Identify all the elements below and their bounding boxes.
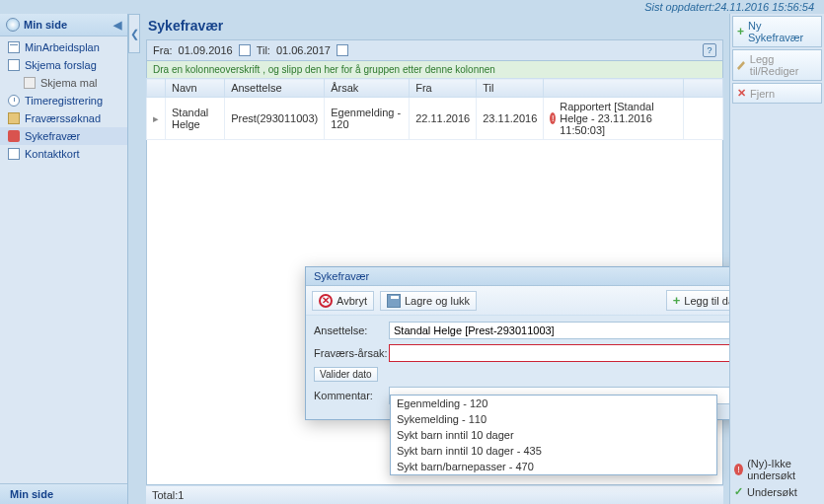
sidebar-item-label: Timeregistrering: [25, 95, 103, 107]
sidebar-item-label: Skjema mal: [40, 77, 97, 89]
col-til[interactable]: Til: [477, 79, 544, 98]
arsak-combo[interactable]: ▼: [389, 344, 763, 362]
cancel-icon: ✕: [319, 294, 333, 308]
option-sykemelding[interactable]: Sykemelding - 110: [391, 411, 716, 427]
x-icon: ✕: [737, 87, 746, 100]
sidebar-item-fravaerssoknad[interactable]: Fraværssøknad: [0, 109, 127, 127]
plus-icon: +: [737, 25, 744, 38]
sidebar-item-label: Sykefravær: [25, 130, 80, 142]
save-close-button[interactable]: Lagre og lukk: [380, 291, 477, 311]
arsak-input[interactable]: [389, 344, 763, 362]
clock-icon: [8, 95, 20, 107]
cancel-button[interactable]: ✕Avbryt: [312, 291, 374, 311]
fra-value[interactable]: 01.09.2016: [179, 44, 233, 56]
group-by-hint: Dra en kolonneoverskrift , og slipp den …: [146, 61, 723, 78]
col-navn[interactable]: Navn: [166, 79, 225, 98]
cancel-label: Avbryt: [337, 295, 367, 307]
arsak-dropdown[interactable]: Egenmelding - 120 Sykemelding - 110 Sykt…: [390, 395, 717, 475]
remove-label: Fjern: [750, 88, 775, 100]
status-text: Rapportert [Standal Helge - 23.11.2016 1…: [560, 101, 677, 136]
sidebar-collapse-button[interactable]: ❮: [128, 14, 140, 53]
table-row[interactable]: ▸ Standal Helge Prest(293011003) Egenmel…: [147, 98, 723, 140]
calendar-icon[interactable]: [239, 44, 251, 56]
grid-total: Total:1: [152, 489, 184, 501]
option-sykt-barn-barnepasser[interactable]: Sykt barn/barnepasser - 470: [391, 459, 716, 474]
fra-label: Fra:: [153, 44, 173, 56]
sidebar-item-kontaktkort[interactable]: Kontaktkort: [0, 145, 127, 163]
cell-status: !Rapportert [Standal Helge - 23.11.2016 …: [544, 98, 684, 140]
option-egenmelding[interactable]: Egenmelding - 120: [391, 396, 716, 411]
col-fra[interactable]: Fra: [410, 79, 477, 98]
collapse-left-icon[interactable]: ◀: [113, 19, 121, 32]
row-expander[interactable]: ▸: [147, 98, 166, 140]
sidebar-item-timeregistrering[interactable]: Timeregistrering: [0, 92, 127, 109]
save-label: Lagre og lukk: [405, 295, 470, 307]
col-expander: [147, 79, 166, 98]
calendar-icon: [8, 41, 20, 53]
cell-arsak: Egenmelding - 120: [325, 98, 410, 140]
sidebar-item-skjema-mal[interactable]: Skjema mal: [0, 74, 127, 92]
absence-grid: Navn Ansettelse Årsak Fra Til ▸ Standal …: [146, 78, 723, 140]
cell-navn: Standal Helge: [166, 98, 225, 140]
new-label: Ny Sykefravær: [748, 20, 817, 43]
globe-icon: [6, 18, 20, 32]
sick-icon: [8, 130, 20, 142]
sidebar-item-skjema-forslag[interactable]: Skjema forslag: [0, 56, 127, 74]
warning-icon: !: [734, 464, 743, 475]
page-icon: [24, 77, 36, 89]
document-icon: [8, 59, 20, 71]
sidebar-item-label: Fraværssøknad: [25, 112, 101, 124]
calendar-icon[interactable]: [337, 44, 348, 56]
sidebar-item-label: Kontaktkort: [25, 148, 80, 160]
legend: !(Ny)-Ikke undersøkt ✓Undersøkt: [732, 454, 822, 502]
col-status: [544, 79, 684, 98]
cell-ansettelse: Prest(293011003): [225, 98, 325, 140]
pencil-icon: [737, 60, 746, 70]
sidebar-item-label: Skjema forslag: [25, 59, 97, 71]
last-updated: Sist oppdatert:24.11.2016 15:56:54: [644, 1, 814, 13]
top-status-bar: Sist oppdatert:24.11.2016 15:56:54: [0, 0, 824, 14]
option-sykt-barn-10-435[interactable]: Sykt barn inntil 10 dager - 435: [391, 443, 716, 459]
col-ansettelse[interactable]: Ansettelse: [225, 79, 325, 98]
arsak-label: Fraværs-årsak:: [314, 347, 389, 359]
til-value[interactable]: 01.06.2017: [276, 44, 331, 56]
save-icon: [387, 294, 401, 308]
sidebar-item-minarbeidsplan[interactable]: MinArbeidsplan: [0, 38, 127, 56]
help-icon[interactable]: ?: [703, 43, 716, 57]
til-label: Til:: [257, 44, 270, 56]
check-icon: ✓: [734, 485, 743, 498]
sidebar-title: Min side: [24, 19, 67, 31]
remove-button[interactable]: ✕Fjern: [732, 83, 822, 104]
ansettelse-label: Ansettelse:: [314, 324, 389, 336]
grid-footer: Total:1: [146, 485, 723, 504]
legend-examined: Undersøkt: [747, 486, 797, 498]
sidebar-footer[interactable]: Min side: [0, 483, 127, 504]
sidebar: Min side ◀ MinArbeidsplan Skjema forslag…: [0, 14, 128, 504]
edit-label: Legg til/Rediger: [750, 53, 817, 77]
grid-body-area: Sykefravær ✕Avbryt Lagre og lukk +Legg t…: [146, 140, 723, 485]
new-sykefravar-button[interactable]: +Ny Sykefravær: [732, 16, 822, 47]
option-sykt-barn-10[interactable]: Sykt barn inntil 10 dager: [391, 427, 716, 443]
col-spacer: [684, 79, 723, 98]
date-filter-bar: Fra: 01.09.2016 Til: 01.06.2017 ?: [146, 39, 723, 61]
sidebar-header: Min side ◀: [0, 14, 127, 36]
right-action-panel: +Ny Sykefravær Legg til/Rediger ✕Fjern !…: [729, 14, 824, 504]
edit-button[interactable]: Legg til/Rediger: [732, 49, 822, 81]
page-title: Sykefravær: [146, 14, 723, 39]
legend-not-examined: (Ny)-Ikke undersøkt: [747, 458, 820, 481]
cell-til: 23.11.2016: [477, 98, 544, 140]
valider-dato-button[interactable]: Valider dato: [314, 367, 378, 382]
sidebar-footer-label: Min side: [10, 488, 53, 500]
col-arsak[interactable]: Årsak: [325, 79, 410, 98]
cell-fra: 22.11.2016: [410, 98, 477, 140]
folder-icon: [8, 112, 20, 124]
card-icon: [8, 148, 20, 160]
warning-icon: !: [550, 112, 556, 124]
sidebar-item-label: MinArbeidsplan: [25, 41, 100, 53]
sidebar-item-sykefravaer[interactable]: Sykefravær: [0, 127, 127, 145]
kommentar-label: Kommentar:: [314, 390, 389, 401]
plus-icon: +: [673, 293, 681, 308]
